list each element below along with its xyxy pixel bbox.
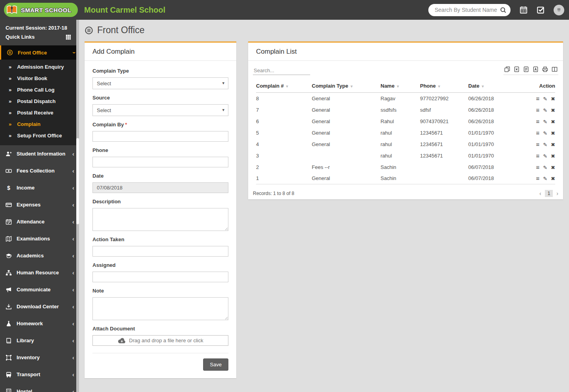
edit-icon[interactable]: ✎ — [543, 119, 547, 125]
delete-icon[interactable]: ✖ — [551, 142, 555, 148]
column-header-phone[interactable]: Phone▾ — [420, 81, 468, 93]
columns-icon[interactable] — [552, 66, 558, 72]
chevron-left-icon: ‹ — [72, 388, 74, 392]
sidebar-scrollbar-track[interactable] — [76, 20, 79, 392]
sidebar-item-communicate[interactable]: Communicate‹ — [0, 281, 79, 298]
edit-icon[interactable]: ✎ — [543, 107, 547, 113]
delete-icon[interactable]: ✖ — [551, 119, 555, 125]
action-taken-input[interactable] — [92, 246, 228, 257]
submenu-item-visitor-book[interactable]: »Visitor Book — [0, 73, 79, 84]
delete-icon[interactable]: ✖ — [551, 176, 555, 182]
sidebar-item-attendance[interactable]: Attendance‹ — [0, 213, 79, 230]
complain-by-input[interactable] — [92, 131, 228, 142]
cell-name: Rahul — [381, 116, 420, 127]
search-icon[interactable] — [500, 7, 507, 13]
cell-date: 06/07/2018 — [468, 173, 520, 184]
delete-icon[interactable]: ✖ — [551, 96, 555, 102]
calendar-icon[interactable] — [520, 6, 528, 14]
column-header-name[interactable]: Name▾ — [381, 81, 420, 93]
double-arrow-icon: » — [9, 121, 11, 127]
sidebar-item-library[interactable]: Library‹ — [0, 332, 79, 349]
submenu-item-complain[interactable]: »Complain — [0, 118, 79, 130]
submenu-item-label: Setup Front Office — [17, 133, 62, 139]
sidebar-item-fees-collection[interactable]: Fees Collection‹ — [0, 162, 79, 179]
student-search-box[interactable] — [428, 4, 511, 16]
save-button[interactable]: Save — [203, 358, 228, 371]
description-textarea[interactable] — [92, 208, 228, 231]
file-dropzone[interactable]: Drag and drop a file here or click — [92, 335, 228, 346]
app-logo[interactable]: SMART SCHOOL — [4, 3, 78, 17]
sidebar-item-download-center[interactable]: Download Center‹ — [0, 298, 79, 315]
excel-icon[interactable] — [514, 66, 520, 72]
row-detail-icon[interactable]: ≡ — [536, 118, 539, 125]
row-detail-icon[interactable]: ≡ — [536, 107, 539, 113]
assigned-input[interactable] — [92, 272, 228, 282]
table-search-input[interactable] — [253, 66, 310, 75]
next-page-icon[interactable]: › — [556, 190, 558, 197]
page-number-button[interactable]: 1 — [545, 190, 553, 197]
delete-icon[interactable]: ✖ — [551, 130, 555, 136]
submenu-item-postal-dispatch[interactable]: »Postal Dispatch — [0, 96, 79, 107]
add-complain-card: Add Complain Complain Type Select ▾ Sour… — [85, 41, 236, 378]
page-title: Front Office — [85, 25, 145, 36]
sort-arrow-icon: ▾ — [350, 84, 352, 88]
sidebar-item-homework[interactable]: Homework‹ — [0, 315, 79, 332]
edit-icon[interactable]: ✎ — [543, 165, 547, 171]
delete-icon[interactable]: ✖ — [551, 153, 555, 159]
quick-links-grid-icon[interactable] — [66, 34, 71, 40]
user-avatar[interactable] — [554, 5, 564, 15]
sidebar-item-hostel[interactable]: Hostel‹ — [0, 383, 79, 392]
submenu-item-label: Phone Call Log — [17, 87, 55, 93]
submenu-item-setup-front-office[interactable]: »Setup Front Office — [0, 130, 79, 141]
column-header-complain-[interactable]: Complain #▾ — [256, 81, 312, 93]
copy-icon[interactable] — [504, 66, 510, 72]
sidebar-scrollbar-thumb[interactable] — [76, 138, 79, 224]
submenu-item-postal-receive[interactable]: »Postal Receive — [0, 107, 79, 118]
sidebar-item-student-information[interactable]: Student Information‹ — [0, 145, 79, 162]
sidebar-item-inventory[interactable]: Inventory‹ — [0, 349, 79, 366]
column-header-complain-type[interactable]: Complain Type▾ — [312, 81, 381, 93]
pdf-icon[interactable] — [533, 66, 539, 72]
submenu-item-admission-enquiry[interactable]: »Admission Enquiry — [0, 61, 79, 73]
column-header-action: Action — [520, 81, 555, 93]
sidebar-item-examinations[interactable]: Examinations‹ — [0, 230, 79, 247]
tasks-icon[interactable] — [537, 6, 545, 14]
income-icon: $ — [6, 185, 12, 191]
delete-icon[interactable]: ✖ — [551, 165, 555, 171]
academics-icon — [6, 253, 12, 259]
logo-text: SMART SCHOOL — [21, 7, 72, 13]
edit-icon[interactable]: ✎ — [543, 176, 547, 182]
note-textarea[interactable] — [92, 297, 228, 320]
complain-type-select[interactable]: Select ▾ — [92, 77, 228, 89]
sidebar-item-income[interactable]: $Income‹ — [0, 179, 79, 196]
sidebar-item-front-office[interactable]: Front Office ‹ — [0, 45, 79, 60]
sidebar-item-academics[interactable]: Academics‹ — [0, 247, 79, 264]
edit-icon[interactable]: ✎ — [543, 142, 547, 148]
edit-icon[interactable]: ✎ — [543, 130, 547, 136]
column-header-date[interactable]: Date▾ — [468, 81, 520, 93]
phone-input[interactable] — [92, 157, 228, 167]
row-detail-icon[interactable]: ≡ — [536, 164, 539, 171]
cell-type — [312, 150, 381, 161]
student-search-input[interactable] — [435, 7, 500, 13]
prev-page-icon[interactable]: ‹ — [539, 190, 541, 197]
edit-icon[interactable]: ✎ — [543, 96, 547, 102]
sidebar-item-human-resource[interactable]: Human Resource‹ — [0, 264, 79, 281]
session-block: Current Session: 2017-18 Quick Links — [0, 20, 79, 45]
date-input[interactable] — [92, 182, 228, 193]
row-detail-icon[interactable]: ≡ — [536, 141, 539, 148]
source-select[interactable]: Select ▾ — [92, 104, 228, 116]
edit-icon[interactable]: ✎ — [543, 153, 547, 159]
submenu-item-phone-call-log[interactable]: »Phone Call Log — [0, 84, 79, 96]
sidebar-item-transport[interactable]: Transport‹ — [0, 366, 79, 383]
text-file-icon[interactable] — [523, 66, 529, 72]
print-icon[interactable] — [542, 66, 548, 72]
sidebar-item-expenses[interactable]: Expenses‹ — [0, 196, 79, 213]
row-detail-icon[interactable]: ≡ — [536, 175, 539, 182]
delete-icon[interactable]: ✖ — [551, 107, 555, 113]
row-detail-icon[interactable]: ≡ — [536, 152, 539, 159]
row-detail-icon[interactable]: ≡ — [536, 95, 539, 102]
row-detail-icon[interactable]: ≡ — [536, 129, 539, 136]
table-header-row: Complain #▾Complain Type▾Name▾Phone▾Date… — [256, 81, 555, 93]
cell-date: 01/01/1970 — [468, 139, 520, 150]
